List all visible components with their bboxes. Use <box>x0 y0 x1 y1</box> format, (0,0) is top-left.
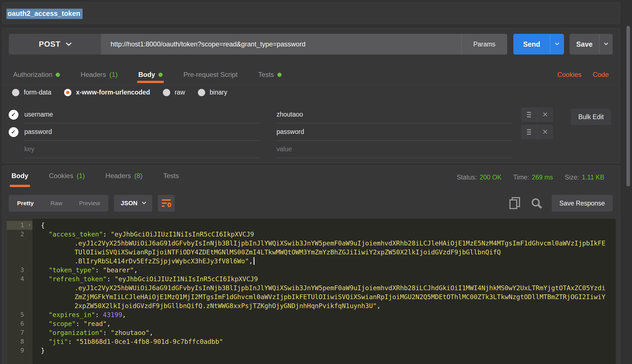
line-number: 7 <box>7 328 32 337</box>
request-panel: POST http://host1:8000/oauth/token?scope… <box>2 28 620 163</box>
code-line: ZmZjMGFkYmIiLCJleHAiOjE1MzQ1MjI2MTgsImF1… <box>7 292 616 301</box>
headers-count: (8) <box>134 172 142 180</box>
code-link[interactable]: Code <box>593 71 609 79</box>
code-line: .eyJ1c2VyX25hbWUiOiJ6aG91dGFvbyIsInNjb3B… <box>7 239 616 248</box>
bulk-edit-button[interactable]: Bulk Edit <box>571 109 611 125</box>
view-mode-group: Pretty Raw Preview <box>9 195 108 212</box>
view-raw-button[interactable]: Raw <box>42 195 71 212</box>
key-input[interactable]: password <box>24 123 261 141</box>
value-input[interactable]: zhoutaoo <box>277 106 512 123</box>
size-label: Size: <box>565 174 579 181</box>
row-actions: ✕ <box>521 107 553 122</box>
code-text: } <box>32 346 45 355</box>
tab-response-tests[interactable]: Tests <box>160 166 182 187</box>
mode-raw[interactable]: raw <box>163 89 185 96</box>
code-text: 2xpZW50X2lkIjoidGVzdF9jbGllbnQifQ.zNtWWG… <box>32 301 381 310</box>
mode-x-www-form-urlencoded[interactable]: x-www-form-urlencoded <box>64 89 150 96</box>
chevron-down-icon <box>66 40 72 46</box>
remove-icon[interactable]: ✕ <box>537 125 553 139</box>
format-dropdown[interactable]: JSON <box>114 195 152 212</box>
line-number: 3 <box>7 266 32 275</box>
code-text: .BlIryRbSL414rDv5EfzZSjpjvWybcX3hEJy3fV8… <box>32 257 254 266</box>
code-line: 4 "refresh_token": "eyJhbGciOiJIUzI1NiIs… <box>7 275 616 283</box>
tab-response-cookies[interactable]: Cookies(1) <box>46 166 88 187</box>
mode-form-data[interactable]: form-data <box>12 89 51 96</box>
remove-icon[interactable]: ✕ <box>537 107 553 122</box>
page-scrollbar <box>626 0 630 364</box>
kv-row-empty: key value <box>3 141 620 158</box>
code-line: 2xpZW50X2lkIjoidGVzdF9jbGllbnQifQ.zNtWWG… <box>7 301 616 310</box>
green-dot-icon <box>56 73 60 77</box>
line-number: 1▾ <box>7 221 32 230</box>
send-button[interactable]: Send <box>513 34 550 55</box>
code-lines: 1▾{2 "access_token": "eyJhbGciOiJIUzI1Ni… <box>7 219 616 364</box>
response-panel: Body Cookies(1) Headers(8) Tests Status:… <box>2 166 620 364</box>
status-value: 200 OK <box>480 174 502 181</box>
line-number <box>7 292 32 301</box>
save-response-button[interactable]: Save Response <box>552 195 613 212</box>
value-input-placeholder[interactable]: value <box>277 141 512 158</box>
mode-binary[interactable]: binary <box>198 89 227 96</box>
code-text: TUlOIiwiSVQiXSwianRpIjoiNTFiODY4ZDEtMGNl… <box>32 248 501 257</box>
tab-response-headers[interactable]: Headers(8) <box>103 166 145 187</box>
chevron-down-icon <box>604 41 608 45</box>
send-options-button[interactable] <box>550 34 564 55</box>
tab-authorization[interactable]: Authorization <box>11 67 62 85</box>
save-button[interactable]: Save <box>570 34 599 55</box>
method-dropdown[interactable]: POST <box>9 34 101 55</box>
send-split-button: Send <box>513 34 564 55</box>
radio-icon <box>163 89 170 96</box>
line-number: 9 <box>7 346 32 355</box>
search-icon[interactable] <box>530 197 543 210</box>
cookies-link[interactable]: Cookies <box>557 71 582 79</box>
params-button[interactable]: Params <box>461 34 507 55</box>
cookies-count: (1) <box>77 172 85 180</box>
request-title[interactable]: oauth2_access_token <box>6 9 83 19</box>
view-preview-button[interactable]: Preview <box>71 195 109 212</box>
tab-pre-request-script[interactable]: Pre-request Script <box>181 67 240 85</box>
tab-headers[interactable]: Headers(1) <box>78 67 120 85</box>
toolbar-right: Save Response <box>508 195 613 212</box>
view-pretty-button[interactable]: Pretty <box>9 195 42 212</box>
tab-tests[interactable]: Tests <box>256 67 284 85</box>
code-line: 2 "access_token": "eyJhbGciOiJIUzI1NiIsI… <box>7 230 616 239</box>
code-line: 6 "scope": "read", <box>7 319 616 328</box>
corner-links: Cookies Code <box>557 71 609 79</box>
row-checkbox[interactable]: ✓ <box>9 127 18 137</box>
line-number <box>7 301 32 310</box>
drag-handle-icon[interactable] <box>521 125 537 139</box>
response-meta: Status:200 OK Time:269 ms Size:1.11 KB <box>457 174 604 181</box>
radio-selected-icon <box>64 89 71 96</box>
copy-icon[interactable] <box>508 197 521 210</box>
response-toolbar: Pretty Raw Preview JSON <box>9 195 613 212</box>
value-input[interactable]: password <box>277 123 512 141</box>
drag-handle-icon[interactable] <box>521 107 537 122</box>
code-text: "refresh_token": "eyJhbGciOiJIUzI1NiIsIn… <box>32 275 258 283</box>
fold-arrow-icon[interactable]: ▾ <box>28 221 31 230</box>
code-text: .eyJ1c2VyX25hbWUiOiJ6aG91dGFvbyIsInNjb3B… <box>32 239 605 248</box>
status-label: Status: <box>457 174 477 181</box>
line-number: 8 <box>7 337 32 346</box>
scrollbar-thumb[interactable] <box>626 26 630 186</box>
url-input[interactable]: http://host1:8000/oauth/token?scope=read… <box>101 34 461 55</box>
url-row: POST http://host1:8000/oauth/token?scope… <box>9 34 613 55</box>
line-number <box>7 257 32 266</box>
tab-response-body[interactable]: Body <box>9 166 31 187</box>
time-label: Time: <box>513 174 529 181</box>
code-text: "jti": "51b868d1-0ce1-4fb8-901d-9c7bffc0… <box>32 337 223 346</box>
key-input[interactable]: username <box>24 106 261 123</box>
row-checkbox[interactable]: ✓ <box>9 110 18 120</box>
code-line: TUlOIiwiSVQiXSwianRpIjoiNTFiODY4ZDEtMGNl… <box>7 248 616 257</box>
key-input-placeholder[interactable]: key <box>24 141 261 158</box>
line-number <box>7 239 32 248</box>
tab-body[interactable]: Body <box>136 67 165 85</box>
chevron-down-icon <box>555 41 560 45</box>
text-caret <box>254 257 254 265</box>
code-line: 3 "token_type": "bearer", <box>7 266 616 275</box>
wrap-text-icon <box>161 198 171 208</box>
save-options-button[interactable] <box>599 34 613 55</box>
chevron-down-icon <box>142 200 146 204</box>
wrap-text-button[interactable] <box>158 195 175 212</box>
size-value: 1.11 KB <box>582 174 604 181</box>
check-icon: ✓ <box>11 111 16 118</box>
